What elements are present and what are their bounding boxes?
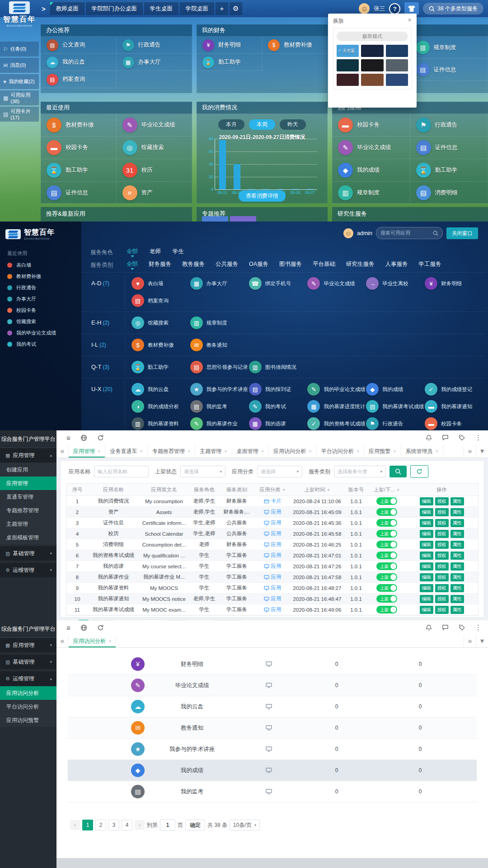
theme-tile[interactable] — [386, 45, 408, 57]
app-item[interactable]: ▦办事大厅 — [190, 277, 249, 290]
tabs-forward-icon[interactable]: » — [464, 445, 476, 458]
role-filter-option[interactable]: 学生 — [173, 248, 184, 257]
simple-mode-button[interactable]: 极简模式 — [337, 32, 408, 41]
category-filter-option[interactable]: 平台基础 — [313, 260, 335, 270]
service-search[interactable]: 38 个多类型服务 — [423, 3, 483, 14]
topic-thumbnail[interactable] — [230, 216, 256, 222]
authorize-button[interactable]: 授权 — [435, 519, 449, 527]
category-filter-option[interactable]: 人事服务 — [385, 260, 408, 270]
table-row[interactable]: 8 我的慕课作业 我的慕课作业 M... 学生 学工服务 应用 — [66, 572, 478, 583]
page-number[interactable]: 3 — [108, 820, 119, 830]
sidebar-item[interactable]: ⚐任务(0) — [0, 42, 39, 57]
confirm-button[interactable]: 确定 — [185, 820, 205, 830]
edit-button[interactable]: 编辑 — [420, 573, 433, 581]
edit-button[interactable]: 编辑 — [420, 519, 433, 527]
authorize-button[interactable]: 授权 — [435, 562, 449, 571]
table-row[interactable]: ☁ 我的云盘 0 0 — [68, 696, 477, 717]
table-row[interactable]: 9 我的慕课资料 My MOOCS 学生 学工服务 应用 2 — [66, 583, 478, 594]
app-item[interactable]: ⌛勤工助学 — [131, 360, 190, 374]
app-item[interactable]: ▤档案查询 — [131, 294, 190, 307]
app-type-cell[interactable]: 应用 — [254, 574, 291, 580]
help-icon[interactable]: ? — [389, 3, 400, 14]
authorize-button[interactable]: 授权 — [435, 508, 449, 516]
property-button[interactable]: 属性 — [450, 497, 464, 505]
app-type-cell[interactable]: 应用 — [254, 530, 291, 537]
sortable-header[interactable]: 应用分类 — [254, 486, 291, 493]
app-item[interactable]: ▤思想引领参与记录 — [190, 360, 249, 374]
app-item[interactable]: ◎馆藏搜索 — [131, 316, 190, 330]
refresh-icon[interactable] — [97, 624, 104, 631]
publish-toggle[interactable]: 上架 — [376, 519, 397, 527]
category-filter-option[interactable]: OA服务 — [249, 260, 268, 270]
app-item[interactable]: ▥规章制度 — [332, 182, 410, 204]
theme-tile[interactable]: ✓ 天空蓝 — [337, 45, 359, 57]
user-name[interactable]: admin — [357, 230, 372, 236]
app-item[interactable]: ▥规章制度 — [410, 37, 488, 59]
app-item[interactable]: ★我参与的学术讲座 — [190, 382, 249, 396]
desktop-tab[interactable]: 学生桌面 — [144, 2, 178, 15]
app-item[interactable]: ✎毕业论文成绩 — [117, 114, 192, 137]
app-type-cell[interactable]: 应用 — [254, 509, 291, 515]
bell-icon[interactable] — [426, 624, 432, 631]
prev-page-icon[interactable]: ‹ — [70, 820, 80, 830]
add-desktop-button[interactable]: + — [216, 2, 228, 15]
tab-close-icon[interactable]: × — [357, 448, 359, 454]
range-filter-button[interactable]: 昨天 — [280, 119, 306, 130]
table-row[interactable]: ★ 我参与的学术讲座 0 0 — [68, 739, 477, 760]
avatar[interactable]: ☺ — [359, 3, 370, 14]
app-item[interactable]: ⚑行政通告 — [366, 417, 425, 430]
recent-app-item[interactable]: 行政通告 — [0, 282, 81, 293]
workspace-tab[interactable]: 主题管理× — [195, 445, 232, 458]
edit-button[interactable]: 编辑 — [420, 530, 433, 538]
authorize-button[interactable]: 授权 — [435, 530, 449, 538]
publish-toggle[interactable]: 上架 — [376, 573, 397, 581]
close-window-button[interactable]: 关闭窗口 — [446, 227, 478, 239]
submenu-item[interactable]: 直通车管理 — [0, 490, 56, 504]
submenu-item[interactable]: 平台访问分析 — [0, 700, 56, 713]
app-item[interactable]: ✎我的毕业论文成绩 — [307, 382, 366, 396]
sidebar-item[interactable]: ▦可用应用(38) — [0, 90, 39, 105]
edit-button[interactable]: 编辑 — [420, 497, 433, 505]
recent-app-item[interactable]: 校园卡务 — [0, 305, 81, 316]
table-row[interactable]: 1 我的消费情况 My consumption 老师,学生 财务服务 卡片 — [66, 496, 478, 507]
app-item[interactable]: ☎绑定手机号 — [249, 277, 308, 290]
app-item[interactable]: ▤我的报到证 — [249, 382, 308, 396]
category-filter-option[interactable]: 图书服务 — [279, 260, 302, 270]
submenu-item[interactable]: 创建应用 — [0, 463, 56, 476]
app-item[interactable]: ⚑行政通告 — [410, 114, 488, 137]
workspace-tab[interactable]: 桌面管理× — [232, 445, 269, 458]
submenu-item[interactable]: 应用访问预警 — [0, 713, 56, 727]
app-item[interactable]: ✎毕业论文成绩 — [307, 277, 366, 290]
refresh-button[interactable] — [410, 465, 428, 478]
app-item[interactable]: ⌛勤工助学 — [41, 159, 117, 182]
app-type-cell[interactable]: 应用 — [254, 595, 291, 602]
submenu-item[interactable]: 专题推荐管理 — [0, 504, 56, 517]
publish-toggle[interactable]: 上架 — [376, 562, 397, 570]
app-item[interactable]: $教材费补缴 — [131, 338, 190, 352]
app-type-cell[interactable]: 卡片 — [254, 498, 291, 505]
menu-app-management[interactable]: ▦应用管理 ▴ — [0, 448, 56, 463]
category-filter-option[interactable]: 财务服务 — [149, 260, 171, 270]
submenu-item[interactable]: 应用访问分析 — [0, 686, 56, 700]
publish-toggle[interactable]: 上架 — [376, 508, 397, 516]
app-item[interactable]: ¥财务明细 — [197, 37, 262, 54]
table-row[interactable]: 11 我的慕课考试成绩 My MOOC exam... 学生 学工服务 应用 — [66, 604, 478, 615]
app-item[interactable]: ✎毕业论文成绩 — [332, 137, 410, 159]
menu-ops-management[interactable]: ⚙运维管理 ▾ — [0, 563, 56, 578]
publish-toggle[interactable]: 上架 — [376, 530, 397, 538]
page-number[interactable]: 4 — [122, 820, 132, 830]
theme-tile[interactable] — [361, 74, 383, 86]
globe-icon[interactable] — [80, 624, 87, 631]
property-button[interactable]: 属性 — [450, 573, 464, 581]
collapse-arrow-icon[interactable]: > — [42, 5, 46, 13]
app-item[interactable]: ▬我的慕课通知 — [425, 400, 483, 413]
app-item[interactable]: ▥我的慕课资料 — [131, 417, 190, 430]
app-item[interactable]: ⌛勤工助学 — [197, 54, 262, 71]
app-item[interactable]: ▤证件信息 — [410, 137, 488, 159]
bell-icon[interactable] — [426, 434, 432, 441]
app-item[interactable]: ▤我的慕课考试成绩 — [366, 400, 425, 413]
edit-button[interactable]: 编辑 — [420, 606, 433, 614]
recent-app-item[interactable]: 我的考试 — [0, 339, 81, 350]
menu-ops-management[interactable]: ⚙运维管理 ▴ — [0, 671, 56, 686]
workspace-tab[interactable]: 专题推荐管理× — [148, 445, 195, 458]
